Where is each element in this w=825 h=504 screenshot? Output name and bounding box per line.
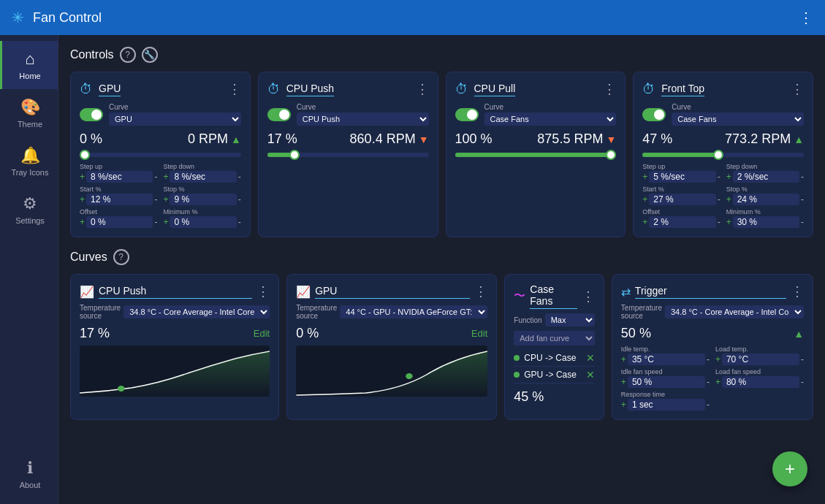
trig-idle-speed-minus[interactable]: -: [707, 378, 710, 386]
front-top-gauge-icon: ⏱: [642, 82, 655, 97]
gpu-offset-group: Offset + 0 % -: [80, 208, 157, 228]
gpu-start-minus[interactable]: -: [154, 195, 157, 204]
trig-load-speed-plus[interactable]: +: [715, 378, 721, 386]
trigger-curve-menu[interactable]: ⋮: [791, 283, 804, 299]
gpu-curve-edit[interactable]: Edit: [471, 328, 487, 339]
add-fab-button[interactable]: +: [772, 451, 807, 486]
trig-load-temp-minus[interactable]: -: [801, 355, 804, 364]
case-fans-function-select[interactable]: Max: [545, 313, 595, 327]
sidebar-item-tray-icons[interactable]: 🔔 Tray Icons: [0, 137, 58, 186]
front-top-toggle[interactable]: [642, 108, 666, 121]
trig-response-plus[interactable]: +: [621, 400, 626, 409]
svg-point-0: [118, 386, 124, 392]
cpu-pull-slider[interactable]: [455, 153, 617, 157]
cpu-push-toggle[interactable]: [267, 108, 291, 121]
cpu-pull-card-menu[interactable]: ⋮: [603, 81, 616, 97]
front-top-slider[interactable]: [642, 153, 804, 157]
add-fan-select[interactable]: Add fan curve: [514, 331, 595, 345]
curves-help-icon[interactable]: ?: [113, 249, 129, 265]
cpu-push-control-card: ⏱ CPU Push ⋮ Curve CPU Push 17 % 860.4 R…: [258, 72, 438, 237]
cpu-case-dot: [514, 355, 520, 361]
cpu-push-card-menu[interactable]: ⋮: [416, 81, 429, 97]
titlebar-menu-button[interactable]: ⋮: [799, 9, 813, 26]
gpu-case-remove[interactable]: ✕: [586, 369, 595, 381]
gpu-stepup-plus[interactable]: +: [80, 172, 85, 181]
ft-minimum-plus[interactable]: +: [726, 218, 731, 226]
trig-load-temp-value: 70 °C: [722, 354, 799, 365]
trig-load-speed-minus[interactable]: -: [801, 378, 804, 386]
sidebar-item-settings[interactable]: ⚙ Settings: [0, 186, 58, 234]
trig-idle-temp-plus[interactable]: +: [621, 355, 626, 364]
cpu-push-curve-menu[interactable]: ⋮: [256, 283, 270, 299]
trig-load-speed-value: 80 %: [722, 376, 799, 388]
curves-section-header: Curves ?: [70, 249, 813, 265]
gpu-stepup-minus[interactable]: -: [154, 172, 157, 181]
cpu-pull-stats: 100 % 875.5 RPM ▼: [455, 131, 617, 147]
cpu-push-rpm: 860.4 RPM ▼: [350, 131, 429, 147]
theme-icon: 🎨: [20, 98, 40, 117]
gpu-stepdown-group: Step down + 8 %/sec -: [163, 163, 240, 183]
trigger-arrow: ▲: [794, 328, 804, 340]
gpu-minimum-minus[interactable]: -: [238, 218, 241, 226]
gpu-minimum-plus[interactable]: +: [163, 218, 168, 226]
ft-minimum-value: 30 %: [733, 216, 799, 228]
trig-idle-speed-plus[interactable]: +: [621, 378, 626, 386]
controls-help-icon[interactable]: ?: [120, 47, 136, 63]
cpu-pull-toggle[interactable]: [455, 108, 479, 121]
fan-curve-item-cpu-case: CPU -> Case ✕: [514, 350, 595, 367]
gpu-curve-temp-select[interactable]: 44 °C - GPU - NVIDIA GeForce GT:: [340, 305, 487, 318]
cpu-pull-arrow-icon: ▼: [606, 134, 616, 145]
sidebar-item-about[interactable]: ℹ About: [0, 450, 58, 498]
ft-start-minus[interactable]: -: [718, 195, 721, 204]
gpu-stats: 0 % 0 RPM ▲: [80, 131, 241, 147]
controls-settings-icon[interactable]: 🔧: [142, 47, 158, 63]
ft-stop-plus[interactable]: +: [726, 195, 731, 204]
front-top-card-menu[interactable]: ⋮: [791, 81, 804, 97]
gpu-start-value: 12 %: [86, 194, 153, 205]
ft-stop-minus[interactable]: -: [801, 195, 804, 204]
gpu-offset-minus[interactable]: -: [154, 218, 157, 226]
ft-offset-plus[interactable]: +: [642, 218, 647, 226]
cpu-push-temp-select[interactable]: 34.8 °C - Core Average - Intel Core: [123, 305, 270, 318]
about-icon: ℹ: [27, 459, 33, 478]
app-title: Fan Control: [33, 10, 799, 26]
ft-stepup-plus[interactable]: +: [642, 172, 647, 181]
case-fans-curve-menu[interactable]: ⋮: [582, 289, 595, 305]
gpu-curve-label: Curve: [109, 103, 241, 111]
ft-stepdown-minus[interactable]: -: [801, 172, 804, 181]
cpu-pull-card-header: ⏱ CPU Pull ⋮: [455, 81, 617, 97]
gpu-stepdown-plus[interactable]: +: [163, 172, 168, 181]
trig-load-temp-plus[interactable]: +: [715, 355, 721, 364]
gpu-toggle[interactable]: [80, 108, 103, 121]
gpu-offset-plus[interactable]: +: [80, 218, 85, 226]
front-top-curve-select[interactable]: Case Fans: [672, 112, 804, 126]
ft-minimum-minus[interactable]: -: [801, 218, 804, 226]
gpu-stepdown-minus[interactable]: -: [238, 172, 241, 181]
gpu-stop-minus[interactable]: -: [238, 195, 241, 204]
gpu-card-menu[interactable]: ⋮: [228, 81, 241, 97]
ft-stepup-minus[interactable]: -: [718, 172, 721, 181]
fan-curve-item-gpu-case: GPU -> Case ✕: [514, 367, 595, 383]
cpu-pull-curve-select[interactable]: Case Fans: [484, 112, 617, 126]
cpu-push-curve-edit[interactable]: Edit: [254, 328, 270, 339]
cpu-push-gauge-icon: ⏱: [267, 82, 281, 97]
gpu-curve-menu[interactable]: ⋮: [474, 283, 487, 299]
ft-start-plus[interactable]: +: [642, 195, 647, 204]
trig-idle-temp-minus[interactable]: -: [707, 355, 710, 364]
ft-stepdown-plus[interactable]: +: [726, 172, 731, 181]
cpu-case-remove[interactable]: ✕: [586, 352, 595, 364]
ft-offset-minus[interactable]: -: [718, 218, 721, 226]
sidebar-item-home[interactable]: ⌂ Home: [0, 41, 58, 89]
cpu-push-curve-select[interactable]: CPU Push: [297, 112, 429, 126]
cpu-push-curve-card: 📈 CPU Push ⋮ Temperature source 34.8 °C …: [70, 274, 279, 420]
trigger-temp-select[interactable]: 34.8 °C - Core Average - Intel Co: [665, 305, 804, 318]
sidebar-item-theme[interactable]: 🎨 Theme: [0, 89, 58, 137]
gpu-slider[interactable]: [80, 153, 241, 157]
gpu-start-plus[interactable]: +: [80, 195, 85, 204]
trig-response-minus[interactable]: -: [707, 400, 710, 409]
cpu-push-slider[interactable]: [267, 153, 429, 157]
gpu-rpm: 0 RPM ▲: [188, 131, 241, 147]
gpu-minimum-group: Minimum % + 0 % -: [163, 208, 240, 228]
gpu-curve-select[interactable]: GPU: [109, 112, 241, 126]
gpu-stop-plus[interactable]: +: [163, 195, 168, 204]
